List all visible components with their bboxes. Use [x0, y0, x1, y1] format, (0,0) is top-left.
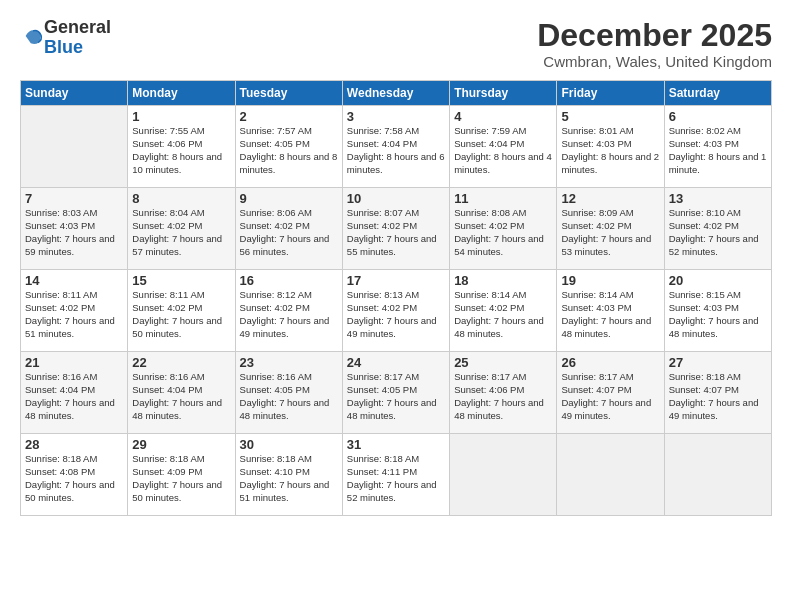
week-row-1: 7Sunrise: 8:03 AMSunset: 4:03 PMDaylight…	[21, 188, 772, 270]
day-info: Sunrise: 8:03 AMSunset: 4:03 PMDaylight:…	[25, 207, 123, 258]
calendar-title: December 2025	[537, 18, 772, 53]
day-number: 2	[240, 109, 338, 124]
day-cell: 1Sunrise: 7:55 AMSunset: 4:06 PMDaylight…	[128, 106, 235, 188]
day-cell: 7Sunrise: 8:03 AMSunset: 4:03 PMDaylight…	[21, 188, 128, 270]
day-number: 15	[132, 273, 230, 288]
day-cell: 19Sunrise: 8:14 AMSunset: 4:03 PMDayligh…	[557, 270, 664, 352]
day-info: Sunrise: 8:11 AMSunset: 4:02 PMDaylight:…	[25, 289, 123, 340]
day-cell: 26Sunrise: 8:17 AMSunset: 4:07 PMDayligh…	[557, 352, 664, 434]
day-cell: 6Sunrise: 8:02 AMSunset: 4:03 PMDaylight…	[664, 106, 771, 188]
day-number: 4	[454, 109, 552, 124]
logo-general-text: General	[44, 17, 111, 37]
day-cell: 8Sunrise: 8:04 AMSunset: 4:02 PMDaylight…	[128, 188, 235, 270]
day-number: 14	[25, 273, 123, 288]
logo: General Blue	[20, 18, 111, 58]
day-cell: 22Sunrise: 8:16 AMSunset: 4:04 PMDayligh…	[128, 352, 235, 434]
col-friday: Friday	[557, 81, 664, 106]
col-thursday: Thursday	[450, 81, 557, 106]
day-number: 29	[132, 437, 230, 452]
day-number: 23	[240, 355, 338, 370]
logo-icon	[22, 25, 44, 47]
day-cell: 15Sunrise: 8:11 AMSunset: 4:02 PMDayligh…	[128, 270, 235, 352]
day-cell: 13Sunrise: 8:10 AMSunset: 4:02 PMDayligh…	[664, 188, 771, 270]
day-info: Sunrise: 8:10 AMSunset: 4:02 PMDaylight:…	[669, 207, 767, 258]
day-number: 31	[347, 437, 445, 452]
day-cell: 29Sunrise: 8:18 AMSunset: 4:09 PMDayligh…	[128, 434, 235, 516]
day-info: Sunrise: 8:11 AMSunset: 4:02 PMDaylight:…	[132, 289, 230, 340]
day-info: Sunrise: 8:17 AMSunset: 4:05 PMDaylight:…	[347, 371, 445, 422]
day-info: Sunrise: 8:18 AMSunset: 4:11 PMDaylight:…	[347, 453, 445, 504]
day-number: 25	[454, 355, 552, 370]
week-row-4: 28Sunrise: 8:18 AMSunset: 4:08 PMDayligh…	[21, 434, 772, 516]
week-row-0: 1Sunrise: 7:55 AMSunset: 4:06 PMDaylight…	[21, 106, 772, 188]
day-info: Sunrise: 8:06 AMSunset: 4:02 PMDaylight:…	[240, 207, 338, 258]
day-info: Sunrise: 8:07 AMSunset: 4:02 PMDaylight:…	[347, 207, 445, 258]
day-info: Sunrise: 8:14 AMSunset: 4:03 PMDaylight:…	[561, 289, 659, 340]
col-tuesday: Tuesday	[235, 81, 342, 106]
day-info: Sunrise: 8:18 AMSunset: 4:10 PMDaylight:…	[240, 453, 338, 504]
day-cell: 25Sunrise: 8:17 AMSunset: 4:06 PMDayligh…	[450, 352, 557, 434]
day-cell: 31Sunrise: 8:18 AMSunset: 4:11 PMDayligh…	[342, 434, 449, 516]
day-cell: 21Sunrise: 8:16 AMSunset: 4:04 PMDayligh…	[21, 352, 128, 434]
day-number: 16	[240, 273, 338, 288]
day-cell: 9Sunrise: 8:06 AMSunset: 4:02 PMDaylight…	[235, 188, 342, 270]
day-info: Sunrise: 8:08 AMSunset: 4:02 PMDaylight:…	[454, 207, 552, 258]
day-cell: 14Sunrise: 8:11 AMSunset: 4:02 PMDayligh…	[21, 270, 128, 352]
day-number: 10	[347, 191, 445, 206]
week-row-2: 14Sunrise: 8:11 AMSunset: 4:02 PMDayligh…	[21, 270, 772, 352]
day-cell: 4Sunrise: 7:59 AMSunset: 4:04 PMDaylight…	[450, 106, 557, 188]
header: General Blue December 2025 Cwmbran, Wale…	[20, 18, 772, 70]
day-info: Sunrise: 8:13 AMSunset: 4:02 PMDaylight:…	[347, 289, 445, 340]
day-info: Sunrise: 7:59 AMSunset: 4:04 PMDaylight:…	[454, 125, 552, 176]
day-cell	[664, 434, 771, 516]
day-info: Sunrise: 7:58 AMSunset: 4:04 PMDaylight:…	[347, 125, 445, 176]
day-cell	[21, 106, 128, 188]
day-number: 8	[132, 191, 230, 206]
day-info: Sunrise: 8:15 AMSunset: 4:03 PMDaylight:…	[669, 289, 767, 340]
day-info: Sunrise: 7:57 AMSunset: 4:05 PMDaylight:…	[240, 125, 338, 176]
day-info: Sunrise: 8:18 AMSunset: 4:09 PMDaylight:…	[132, 453, 230, 504]
day-cell: 5Sunrise: 8:01 AMSunset: 4:03 PMDaylight…	[557, 106, 664, 188]
day-cell: 24Sunrise: 8:17 AMSunset: 4:05 PMDayligh…	[342, 352, 449, 434]
day-cell: 11Sunrise: 8:08 AMSunset: 4:02 PMDayligh…	[450, 188, 557, 270]
calendar-subtitle: Cwmbran, Wales, United Kingdom	[537, 53, 772, 70]
day-cell: 18Sunrise: 8:14 AMSunset: 4:02 PMDayligh…	[450, 270, 557, 352]
day-number: 11	[454, 191, 552, 206]
day-cell: 23Sunrise: 8:16 AMSunset: 4:05 PMDayligh…	[235, 352, 342, 434]
day-number: 20	[669, 273, 767, 288]
day-cell: 20Sunrise: 8:15 AMSunset: 4:03 PMDayligh…	[664, 270, 771, 352]
day-cell: 2Sunrise: 7:57 AMSunset: 4:05 PMDaylight…	[235, 106, 342, 188]
logo-blue-text: Blue	[44, 37, 83, 57]
day-info: Sunrise: 7:55 AMSunset: 4:06 PMDaylight:…	[132, 125, 230, 176]
day-cell: 30Sunrise: 8:18 AMSunset: 4:10 PMDayligh…	[235, 434, 342, 516]
day-cell: 17Sunrise: 8:13 AMSunset: 4:02 PMDayligh…	[342, 270, 449, 352]
col-saturday: Saturday	[664, 81, 771, 106]
day-cell: 16Sunrise: 8:12 AMSunset: 4:02 PMDayligh…	[235, 270, 342, 352]
day-number: 22	[132, 355, 230, 370]
day-number: 26	[561, 355, 659, 370]
day-info: Sunrise: 8:01 AMSunset: 4:03 PMDaylight:…	[561, 125, 659, 176]
day-number: 6	[669, 109, 767, 124]
col-sunday: Sunday	[21, 81, 128, 106]
day-number: 17	[347, 273, 445, 288]
day-info: Sunrise: 8:18 AMSunset: 4:08 PMDaylight:…	[25, 453, 123, 504]
day-number: 27	[669, 355, 767, 370]
day-info: Sunrise: 8:17 AMSunset: 4:06 PMDaylight:…	[454, 371, 552, 422]
day-number: 7	[25, 191, 123, 206]
day-number: 9	[240, 191, 338, 206]
day-cell	[557, 434, 664, 516]
day-cell: 10Sunrise: 8:07 AMSunset: 4:02 PMDayligh…	[342, 188, 449, 270]
day-info: Sunrise: 8:16 AMSunset: 4:05 PMDaylight:…	[240, 371, 338, 422]
day-number: 24	[347, 355, 445, 370]
day-cell: 3Sunrise: 7:58 AMSunset: 4:04 PMDaylight…	[342, 106, 449, 188]
col-monday: Monday	[128, 81, 235, 106]
day-number: 5	[561, 109, 659, 124]
day-number: 3	[347, 109, 445, 124]
day-info: Sunrise: 8:18 AMSunset: 4:07 PMDaylight:…	[669, 371, 767, 422]
header-row: Sunday Monday Tuesday Wednesday Thursday…	[21, 81, 772, 106]
day-info: Sunrise: 8:09 AMSunset: 4:02 PMDaylight:…	[561, 207, 659, 258]
day-number: 21	[25, 355, 123, 370]
day-number: 18	[454, 273, 552, 288]
week-row-3: 21Sunrise: 8:16 AMSunset: 4:04 PMDayligh…	[21, 352, 772, 434]
day-number: 1	[132, 109, 230, 124]
